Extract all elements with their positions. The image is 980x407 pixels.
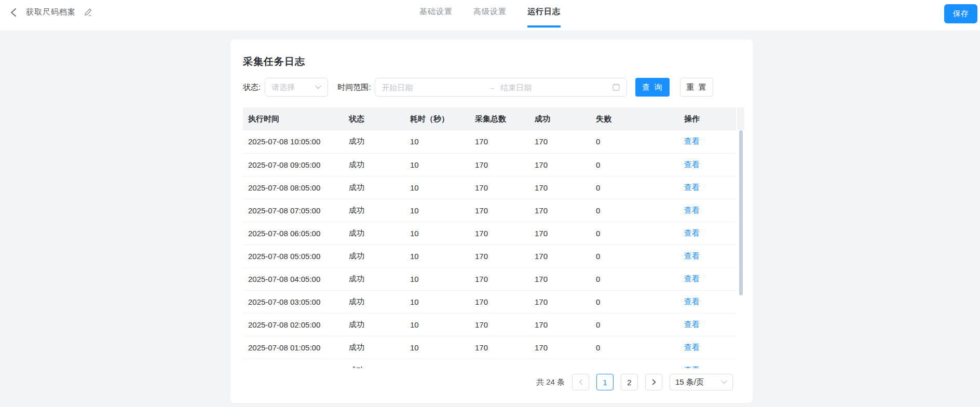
column-header-duration: 耗时（秒）: [405, 107, 470, 130]
table-row: 2025-07-08 03:05:00成功101701700查看: [243, 290, 736, 313]
table-scrollbar-thumb[interactable]: [739, 130, 743, 295]
view-link[interactable]: 查看: [684, 160, 700, 169]
cell-success: 170: [529, 130, 591, 153]
cell-total: 170: [470, 176, 529, 199]
table-header-gutter: [737, 107, 744, 130]
log-table-body: 2025-07-08 10:05:00成功101701700查看2025-07-…: [243, 130, 736, 368]
cell-exec-time: 2025-07-08 09:05:00: [243, 153, 344, 176]
cell-status: 成功: [344, 290, 405, 313]
tab-label: 基础设置: [419, 7, 453, 16]
page-button-1[interactable]: 1: [596, 374, 614, 390]
start-date-input[interactable]: [382, 83, 488, 92]
panel-title: 采集任务日志: [243, 55, 740, 69]
pagination-pages: 12: [596, 374, 638, 390]
cell-action: 查看: [679, 245, 736, 267]
tab-basic-settings[interactable]: 基础设置: [419, 0, 453, 30]
column-header-total: 采集总数: [470, 107, 529, 130]
reset-button[interactable]: 重 置: [680, 78, 713, 97]
column-header-action: 操作: [679, 107, 736, 130]
cell-fail: 0: [591, 222, 679, 245]
view-link[interactable]: 查看: [684, 183, 700, 192]
search-button[interactable]: 查 询: [635, 78, 670, 97]
view-link[interactable]: 查看: [684, 206, 700, 214]
cell-action: 查看: [679, 313, 736, 336]
cell-fail: 0: [591, 290, 679, 313]
cell-status: 成功: [344, 245, 405, 267]
cell-exec-time: 2025-07-08 07:05:00: [243, 199, 344, 222]
back-button[interactable]: [8, 7, 19, 18]
cell-duration: 10: [405, 222, 470, 245]
cell-duration: 10: [405, 290, 470, 313]
chevron-down-icon: [315, 85, 321, 89]
cell-action: 查看: [679, 336, 736, 359]
status-select[interactable]: 请选择: [265, 78, 328, 97]
cell-exec-time: 2025-07-08 06:05:00: [243, 222, 344, 245]
cell-status: 成功: [344, 130, 405, 153]
cell-duration: 10: [405, 130, 470, 153]
cell-total: 170: [470, 359, 529, 368]
cell-status: 成功: [344, 222, 405, 245]
tab-advanced-settings[interactable]: 高级设置: [473, 0, 507, 30]
cell-action: 查看: [679, 176, 736, 199]
cell-success: 170: [529, 199, 591, 222]
cell-exec-time: 2025-07-08 02:05:00: [243, 313, 344, 336]
cell-status: 成功: [344, 199, 405, 222]
chevron-left-icon: [578, 379, 583, 385]
top-bar: 获取尺码档案 基础设置 高级设置 运行日志 保存: [0, 0, 980, 30]
cell-fail: 0: [591, 153, 679, 176]
date-range-picker[interactable]: →: [375, 78, 627, 97]
view-link[interactable]: 查看: [684, 137, 700, 145]
cell-exec-time: 2025-07-08 10:05:00: [243, 130, 344, 153]
range-arrow-icon: →: [488, 83, 495, 91]
table-row: 2025-07-08 07:05:00成功101701700查看: [243, 199, 736, 222]
status-select-placeholder: 请选择: [271, 83, 295, 92]
cell-status: 成功: [344, 176, 405, 199]
cell-action: 查看: [679, 267, 736, 290]
pagination-bar: 共 24 条 12 15 条/页: [243, 374, 740, 390]
cell-success: 170: [529, 176, 591, 199]
tab-label: 运行日志: [527, 7, 561, 16]
page-button-2[interactable]: 2: [621, 374, 638, 390]
cell-exec-time: 2025-07-08 04:05:00: [243, 267, 344, 290]
cell-fail: 0: [591, 130, 679, 153]
next-page-button[interactable]: [645, 374, 662, 390]
chevron-down-icon: [721, 380, 727, 384]
column-header-fail: 失败: [591, 107, 679, 130]
cell-fail: 0: [591, 267, 679, 290]
cell-status: 成功: [344, 153, 405, 176]
table-row: 2025-07-08 01:05:00成功101701700查看: [243, 336, 736, 359]
status-filter-label: 状态:: [243, 83, 261, 92]
cell-total: 170: [470, 222, 529, 245]
log-table: 执行时间 状态 耗时（秒） 采集总数 成功 失败 操作 2025-07-08 1…: [243, 107, 744, 368]
cell-total: 170: [470, 290, 529, 313]
page-size-select[interactable]: 15 条/页: [670, 374, 733, 390]
cell-total: 170: [470, 130, 529, 153]
view-link[interactable]: 查看: [684, 297, 700, 306]
column-header-success: 成功: [529, 107, 591, 130]
table-row: 2025-07-08 08:05:00成功101701700查看: [243, 176, 736, 199]
pagination-total: 共 24 条: [536, 377, 565, 387]
view-link[interactable]: 查看: [684, 365, 700, 369]
cell-status: 成功: [344, 359, 405, 368]
cell-duration: 10: [405, 245, 470, 267]
cell-duration: 10: [405, 336, 470, 359]
view-link[interactable]: 查看: [684, 228, 700, 237]
edit-title-button[interactable]: [83, 8, 92, 17]
cell-action: 查看: [679, 290, 736, 313]
save-button[interactable]: 保存: [944, 4, 977, 23]
prev-page-button[interactable]: [572, 374, 589, 390]
view-link[interactable]: 查看: [684, 274, 700, 283]
end-date-input[interactable]: [500, 83, 612, 92]
cell-fail: 0: [591, 199, 679, 222]
page-title: 获取尺码档案: [26, 7, 76, 17]
tab-run-log[interactable]: 运行日志: [527, 0, 561, 30]
cell-total: 170: [470, 313, 529, 336]
cell-status: 成功: [344, 267, 405, 290]
view-link[interactable]: 查看: [684, 251, 700, 260]
view-link[interactable]: 查看: [684, 320, 700, 329]
cell-success: 170: [529, 245, 591, 267]
table-row: 2025-07-08 06:05:00成功101701700查看: [243, 222, 736, 245]
cell-duration: 10: [405, 153, 470, 176]
view-link[interactable]: 查看: [684, 343, 700, 351]
page-size-value: 15 条/页: [675, 377, 704, 387]
